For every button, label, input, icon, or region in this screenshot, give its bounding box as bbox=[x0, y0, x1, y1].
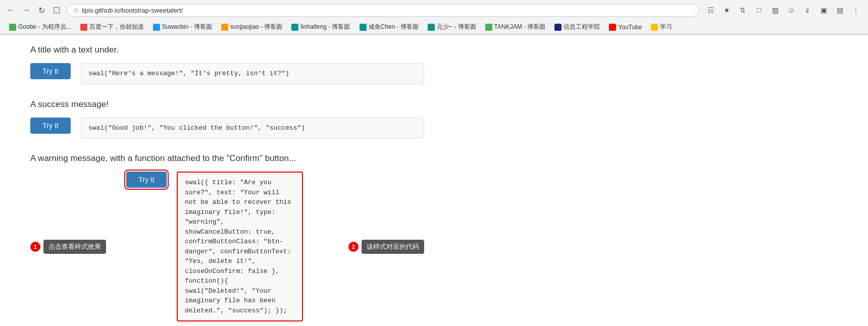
sync-icon[interactable]: ⇅ bbox=[736, 3, 750, 17]
annotation-right-text: 该样式对应的代码 bbox=[362, 240, 424, 254]
bookmark-xianyu[interactable]: 咸鱼Chen - 博客圆 bbox=[355, 22, 423, 32]
warning-alert-title: A warning message, with a function attac… bbox=[30, 153, 424, 164]
bookmark-favicon bbox=[80, 24, 87, 31]
bookmark-study[interactable]: 学习 bbox=[647, 22, 676, 32]
bookmark-youtube[interactable]: YouTube bbox=[605, 23, 646, 32]
bookmarks-bar: Goobe - 为程序员... 百度一下，你就知道 Suwanbin - 博客圆… bbox=[0, 20, 868, 34]
success-alert-title: A success message! bbox=[30, 99, 424, 110]
text-alert-section: A title with a text under. Try It swal("… bbox=[30, 45, 424, 84]
home-button[interactable]: ☐ bbox=[50, 4, 63, 16]
security-icon: ⚠ bbox=[73, 7, 79, 14]
success-alert-section: A success message! Try It swal("Good job… bbox=[30, 99, 424, 139]
translate-icon[interactable]: ☷ bbox=[703, 3, 718, 17]
annotation-left-num: 1 bbox=[30, 242, 40, 252]
bookmark-label: 百度一下，你就知道 bbox=[89, 23, 144, 31]
browser-chrome: ← → ↻ ☐ ⚠ lipis.github.io/bootstrap-swee… bbox=[0, 0, 868, 35]
bookmark-favicon bbox=[291, 24, 298, 31]
bookmark-goobe[interactable]: Goobe - 为程序员... bbox=[5, 22, 75, 32]
bookmark-label: 学习 bbox=[660, 23, 672, 31]
bookmark-label: 信息工程学院 bbox=[564, 23, 600, 31]
bookmark-sunjiaojiao[interactable]: sunjiaojiao - 博客圆 bbox=[217, 22, 286, 32]
browser-action-icons: ☷ ★ ⇅ □ ▨ ☺ ⇓ ▣ ▤ ⋮ bbox=[703, 3, 863, 17]
browser-toolbar: ← → ↻ ☐ ⚠ lipis.github.io/bootstrap-swee… bbox=[0, 0, 868, 20]
bookmark-info-college[interactable]: 信息工程学院 bbox=[550, 22, 604, 32]
text-alert-demo-row: Try It swal("Here's a message!", "It's p… bbox=[30, 63, 424, 84]
bookmark-label: Suwanbin - 博客圆 bbox=[162, 23, 212, 31]
annotation-right: 2 该样式对应的代码 bbox=[348, 240, 424, 254]
bookmark-favicon bbox=[9, 24, 16, 31]
address-bar[interactable]: ⚠ lipis.github.io/bootstrap-sweetalert/ bbox=[67, 4, 699, 17]
bookmark-favicon bbox=[360, 24, 367, 31]
address-url: lipis.github.io/bootstrap-sweetalert/ bbox=[82, 7, 693, 14]
bookmark-label: TANKJAM - 博客圆 bbox=[494, 23, 546, 31]
text-alert-title: A title with a text under. bbox=[30, 45, 424, 55]
success-alert-try-it-button[interactable]: Try It bbox=[30, 118, 71, 134]
refresh-button[interactable]: ↻ bbox=[35, 4, 47, 16]
profile-icon[interactable]: ☺ bbox=[784, 3, 798, 17]
bookmark-favicon bbox=[221, 24, 228, 31]
warning-alert-code: swal({ title: "Are you sure?", text: "Yo… bbox=[177, 172, 303, 321]
new-tab-icon[interactable]: □ bbox=[752, 3, 766, 17]
screenshot-icon[interactable]: ▣ bbox=[816, 3, 831, 17]
bookmark-favicon bbox=[651, 24, 658, 31]
bookmark-favicon bbox=[153, 24, 160, 31]
bookmark-yuanshao[interactable]: 元少~ - 博客圆 bbox=[424, 22, 480, 32]
bookmark-tankjam[interactable]: TANKJAM - 博客圆 bbox=[481, 22, 550, 32]
cast-icon[interactable]: ▤ bbox=[833, 3, 847, 17]
annotation-left-text: 点击查看样式效果 bbox=[43, 240, 106, 254]
bookmark-icon[interactable]: ★ bbox=[720, 3, 734, 17]
success-alert-demo-row: Try It swal("Good job!", "You clicked th… bbox=[30, 118, 424, 139]
bookmark-baidu[interactable]: 百度一下，你就知道 bbox=[76, 22, 148, 32]
warning-alert-demo-row: Try It swal({ title: "Are you sure?", te… bbox=[126, 172, 303, 321]
bookmark-favicon bbox=[485, 24, 492, 31]
page-content: A title with a text under. Try It swal("… bbox=[0, 35, 454, 326]
warning-alert-try-it-button[interactable]: Try It bbox=[126, 172, 167, 188]
bookmark-favicon bbox=[554, 24, 561, 31]
warning-alert-section: A warning message, with a function attac… bbox=[30, 153, 424, 321]
bookmark-label: linhaifeng - 博客圆 bbox=[300, 23, 350, 31]
extensions-icon[interactable]: ▨ bbox=[768, 3, 782, 17]
bookmark-favicon bbox=[609, 24, 616, 31]
warning-demo-container: 1 点击查看样式效果 Try It swal({ title: "Are you… bbox=[30, 172, 424, 321]
text-alert-try-it-button[interactable]: Try It bbox=[30, 63, 71, 79]
text-alert-code: swal("Here's a message!", "It's pretty, … bbox=[81, 63, 424, 84]
bookmark-label: 元少~ - 博客圆 bbox=[437, 23, 476, 31]
bookmark-label: sunjiaojiao - 博客圆 bbox=[230, 23, 282, 31]
bookmark-linhaifeng[interactable]: linhaifeng - 博客圆 bbox=[287, 22, 354, 32]
nav-icons: ← → ↻ ☐ bbox=[5, 4, 63, 16]
back-button[interactable]: ← bbox=[5, 4, 17, 16]
annotation-left: 1 点击查看样式效果 bbox=[30, 240, 106, 254]
bookmark-label: YouTube bbox=[618, 24, 642, 31]
bookmark-label: Goobe - 为程序员... bbox=[18, 23, 71, 31]
bookmark-label: 咸鱼Chen - 博客圆 bbox=[369, 23, 419, 31]
forward-button[interactable]: → bbox=[20, 4, 32, 16]
success-alert-code: swal("Good job!", "You clicked the butto… bbox=[81, 118, 424, 139]
menu-icon[interactable]: ⋮ bbox=[849, 3, 863, 17]
annotation-right-num: 2 bbox=[348, 242, 359, 252]
bookmark-suwanbin[interactable]: Suwanbin - 博客圆 bbox=[149, 22, 216, 32]
download-icon[interactable]: ⇓ bbox=[800, 3, 814, 17]
bookmark-favicon bbox=[428, 24, 435, 31]
